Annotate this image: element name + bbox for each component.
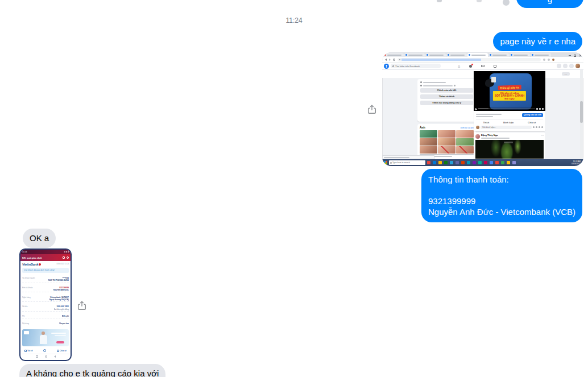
attached-image-receipt-screenshot[interactable]: 11:24 Kết quả giao dịch VietinBank 03/06…	[19, 248, 72, 361]
taskbar-app-icons	[427, 161, 570, 164]
browser-scrollbar	[580, 70, 583, 159]
browser-tab	[531, 53, 551, 57]
fullscreen-icon	[539, 108, 541, 110]
field-value: Chuyen tien	[59, 322, 69, 325]
post-header: Đặng Thúy Nga	[475, 134, 544, 139]
emoji-icon	[533, 126, 535, 128]
share-icon	[57, 350, 59, 352]
tab-favicon	[448, 54, 449, 56]
photo-thumbnail	[456, 146, 474, 154]
taskbar-app-icon	[456, 161, 459, 164]
post-author-info: Đặng Thúy Nga	[481, 134, 540, 139]
tab-title-bar	[535, 55, 549, 56]
taskbar-app-icon	[467, 161, 470, 164]
post-actions-card: Quảng cáo bài viết Thích Bình luận Chia …	[474, 111, 545, 131]
message-bubble-incoming[interactable]: A kháng cho e tk quảng cáo kia với	[19, 364, 165, 377]
banking-app-screen: 11:24 Kết quả giao dịch VietinBank 03/06…	[20, 250, 71, 360]
field-values: ****7036 NGO THI PHUONG DUNG	[48, 277, 69, 281]
browser-tab	[488, 53, 509, 57]
transaction-datetime: 03/06/2022 11:24	[56, 263, 69, 265]
message-text: A kháng cho e tk quảng cáo kia với	[26, 368, 159, 377]
promo-person-body	[40, 335, 47, 344]
more-icon-partial[interactable]	[477, 0, 482, 2]
commenter-avatar	[476, 126, 479, 129]
attached-image-browser-screenshot[interactable]: Tìm kiếm trên Facebook Đặng Thúy Nga Chỉ…	[382, 52, 583, 166]
field-values: Chuyen tien	[59, 322, 69, 325]
message-bubble-incoming[interactable]: OK a	[23, 229, 56, 248]
browser-toolbar	[382, 57, 583, 63]
forward-icon[interactable]	[77, 300, 87, 310]
field-label: Số tiền	[22, 305, 27, 308]
address-bar	[397, 58, 541, 61]
center-download-icon	[43, 349, 46, 352]
placeholder-bar	[423, 82, 446, 83]
video-overlay-banner-yellow: Khi phụ nữ uống BỘT SẮN DÂY+ CHANH Mỗi n…	[493, 91, 526, 101]
tab-title-bar	[471, 55, 486, 56]
browser-profile-avatar	[552, 59, 554, 61]
marketplace-icon	[494, 65, 496, 68]
photos-title: Ảnh	[420, 126, 425, 129]
field-row-source-account: Tài khoản nguồn ****7036 NGO THI PHUONG …	[22, 276, 69, 283]
battery-icon	[68, 251, 69, 252]
conversation-timestamp: 11:24	[0, 16, 588, 24]
overlay-text: Mỗi ngày	[495, 97, 524, 100]
photo-thumbnail	[420, 146, 437, 154]
system-tray: 11:24 AM 03/06/2022	[572, 160, 582, 165]
taskbar-app-icon	[512, 161, 516, 164]
browser-status-tooltip	[382, 155, 434, 159]
message-bubble-payment-info[interactable]: Thông tin thanh toán: 9321399999 Nguyễn …	[421, 169, 582, 222]
browser-tab	[510, 53, 530, 57]
notifications-circle-icon	[569, 64, 574, 68]
app-header: Kết quả giao dịch	[20, 254, 71, 261]
status-bar-time: 11:24	[22, 251, 27, 253]
support-icon	[67, 256, 69, 259]
message-bubble-outgoing[interactable]: page này về r e nha	[493, 32, 582, 51]
home-icon	[458, 64, 460, 68]
message-text: OK a	[30, 233, 49, 243]
forward-icon[interactable]	[367, 104, 377, 114]
tab-favicon	[532, 54, 533, 56]
messenger-circle-icon	[563, 64, 568, 68]
payment-account-holder: Nguyễn Anh Đức - Vietcombank (VCB)	[428, 206, 575, 217]
like-button: Thích	[483, 121, 489, 124]
field-values: Vietcombank_NHTMCP Ngoại thương VN (VCB)	[49, 296, 69, 301]
forward-icon	[389, 59, 391, 61]
sticker-icon	[541, 126, 543, 128]
receipt-body: VietinBank 03/06/2022 11:24 Quý khách đã…	[20, 261, 71, 360]
vietinbank-logo: VietinBank	[22, 263, 41, 266]
comment-button: Bình luận	[503, 121, 514, 124]
intro-card: Chỉnh sửa chi tiết Thêm sở thích Thêm nộ…	[417, 79, 476, 122]
payment-title: Thông tin thanh toán:	[428, 174, 575, 185]
reply-icon-partial[interactable]	[437, 0, 442, 2]
post-action-row: Thích Bình luận Chia sẻ	[476, 120, 543, 125]
search-placeholder: Tìm kiếm trên Facebook	[395, 65, 420, 68]
tab-favicon	[384, 54, 386, 56]
add-hobbies-button: Thêm sở thích	[420, 94, 473, 99]
browser-tab	[425, 53, 446, 57]
refresh-icon	[393, 59, 395, 61]
tab-title-bar	[387, 55, 401, 56]
promo-button	[56, 341, 64, 343]
android-nav-bar	[22, 354, 69, 358]
browser-tab	[383, 53, 404, 57]
field-values: 300.000 VND Ba trăm nghìn đồng	[54, 305, 69, 310]
settings-icon	[536, 108, 538, 110]
field-row-fee: Phí Miễn phí	[22, 314, 69, 318]
success-message: Quý khách đã giao dịch thành công!	[22, 268, 69, 273]
post-more-icon	[541, 134, 544, 136]
screen-title: Kết quả giao dịch	[22, 256, 61, 259]
edit-details-button: Chỉnh sửa chi tiết	[420, 88, 473, 93]
tray-date: 03/06/2022	[572, 163, 581, 165]
field-label: Ngân hàng	[22, 296, 31, 299]
gif-icon	[539, 126, 540, 128]
video-player: Điều gì xảy ra Khi phụ nữ uống BỘT SẮN D…	[474, 71, 545, 111]
post-author-name: Đặng Thúy Nga	[481, 134, 540, 136]
message-bubble-partial[interactable]: g	[516, 0, 583, 8]
field-value: Ba trăm nghìn đồng	[54, 308, 69, 310]
browser-tab-active	[467, 53, 488, 57]
intro-line	[420, 85, 473, 86]
tab-favicon	[490, 54, 491, 56]
search-icon	[392, 65, 394, 67]
menu-circle-icon	[557, 64, 561, 68]
lock-icon	[399, 59, 400, 60]
